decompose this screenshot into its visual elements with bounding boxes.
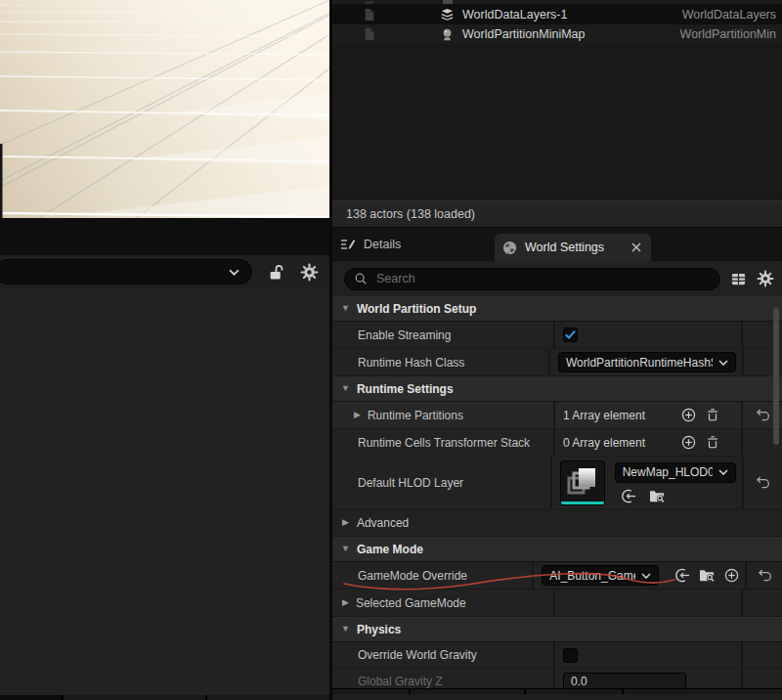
hlod-layer-thumbnail[interactable] (560, 460, 605, 505)
unreal-editor-window: WorldDataLayers-1 WorldDataLayers WorldP… (0, 0, 782, 700)
outliner-actor-type: WorldDataLayers (682, 8, 776, 22)
row-default-hlod-layer: Default HLOD Layer (332, 457, 782, 509)
tab-world-settings[interactable]: World Settings (495, 234, 651, 261)
close-icon[interactable] (631, 242, 641, 252)
chevron-down-icon (718, 360, 728, 366)
chevron-down-icon (229, 269, 239, 276)
search-icon (354, 272, 368, 285)
add-element-icon[interactable] (681, 435, 696, 450)
reset-to-default-icon[interactable] (756, 476, 770, 489)
left-toolbar (0, 255, 329, 288)
row-runtime-hash-class: Runtime Hash Class WorldPartitionRuntime… (332, 349, 782, 376)
page-icon (364, 27, 375, 41)
property-label: Runtime Hash Class (332, 349, 548, 375)
left-toolbar-dropdown[interactable] (0, 259, 252, 284)
scene-outliner: WorldDataLayers-1 WorldDataLayers WorldP… (332, 0, 782, 200)
section-world-partition-setup[interactable]: ▼ World Partition Setup (332, 296, 782, 322)
global-gravity-z-input[interactable]: 0.0 (563, 673, 686, 690)
panel-tab-bar: Details World Settings (332, 228, 782, 261)
bottom-panel-edge-right (332, 688, 782, 694)
search-input[interactable] (374, 271, 711, 286)
actor-count-text: 138 actors (138 loaded) (346, 207, 475, 221)
gamemode-override-dropdown[interactable]: AI_Button_GameM (542, 565, 659, 586)
delete-trash-icon[interactable] (706, 408, 719, 422)
outliner-status-bar: 138 actors (138 loaded) (332, 200, 782, 228)
row-advanced[interactable]: ▶ Advanced (332, 509, 782, 537)
reset-to-default-icon[interactable] (756, 409, 770, 421)
triangle-down-icon: ▼ (341, 384, 350, 393)
scrollbar-thumb[interactable] (773, 308, 779, 445)
left-lower-panel (0, 218, 329, 700)
tab-world-settings-label: World Settings (525, 241, 604, 254)
tab-details-label: Details (364, 238, 401, 251)
outliner-row-worldpartitionminimap[interactable]: WorldPartitionMiniMap WorldPartitionMin (332, 24, 782, 44)
property-label: Advanced (357, 516, 409, 530)
runtime-hash-class-dropdown[interactable]: WorldPartitionRuntimeHashS (558, 352, 736, 372)
row-gamemode-override: GameMode Override AI_Button_GameM (332, 562, 782, 590)
hlod-layer-dropdown[interactable]: NewMap_HLOD0_ (615, 462, 736, 483)
outliner-actor-type: WorldPartitionMin (680, 27, 776, 41)
section-title: Physics (357, 623, 401, 636)
property-label: Override World Gravity (332, 642, 553, 668)
details-icon (340, 237, 356, 252)
use-selected-asset-icon[interactable] (673, 568, 690, 583)
level-viewport[interactable] (0, 0, 329, 218)
add-new-asset-icon[interactable] (724, 568, 739, 583)
viewport-floor-render (0, 0, 329, 218)
settings-gear-icon[interactable] (757, 270, 774, 287)
reset-to-default-icon[interactable] (758, 569, 772, 582)
reset-column (741, 590, 782, 616)
chevron-down-icon (718, 469, 728, 475)
triangle-down-icon: ▼ (341, 545, 350, 553)
array-count-text: 0 Array element (563, 436, 645, 450)
triangle-down-icon: ▼ (341, 304, 350, 313)
tab-details[interactable]: Details (332, 228, 489, 261)
page-icon (364, 8, 375, 22)
use-selected-asset-icon[interactable] (620, 489, 636, 503)
row-selected-gamemode: ▶ Selected GameMode (332, 590, 782, 617)
property-label: GameMode Override (332, 562, 532, 589)
minimap-icon (440, 27, 455, 42)
section-title: Game Mode (357, 543, 423, 556)
property-label: Runtime Partitions (368, 409, 463, 422)
outliner-row-worlddatalayers[interactable]: WorldDataLayers-1 WorldDataLayers (332, 5, 782, 24)
globe-icon (502, 241, 517, 255)
row-enable-streaming: Enable Streaming (332, 322, 782, 349)
right-dock-panel: WorldDataLayers-1 WorldDataLayers WorldP… (329, 0, 782, 700)
override-world-gravity-checkbox[interactable] (563, 648, 578, 663)
row-override-world-gravity: Override World Gravity (332, 642, 782, 669)
section-physics[interactable]: ▼ Physics (332, 617, 782, 642)
property-label: Enable Streaming (332, 322, 553, 348)
browse-to-asset-icon[interactable] (649, 489, 666, 503)
section-title: World Partition Setup (357, 302, 476, 316)
expander-arrow-icon[interactable]: ▶ (342, 598, 349, 607)
row-runtime-partitions: ▶ Runtime Partitions 1 Array element (332, 402, 782, 429)
delete-trash-icon[interactable] (706, 435, 719, 450)
property-label: Selected GameMode (356, 596, 466, 610)
thumbnail-accent-bar (561, 502, 604, 504)
section-game-mode[interactable]: ▼ Game Mode (332, 537, 782, 562)
row-runtime-cells-transformer-stack: Runtime Cells Transformer Stack 0 Array … (332, 429, 782, 457)
viewport-bottom-band (0, 218, 329, 255)
chevron-down-icon (641, 573, 651, 579)
search-row (332, 261, 782, 296)
property-label: Runtime Cells Transformer Stack (332, 429, 553, 456)
browse-to-asset-icon[interactable] (699, 568, 716, 583)
enable-streaming-checkbox[interactable] (563, 328, 578, 342)
data-layers-icon (440, 8, 455, 22)
bottom-panel-edge-left (0, 695, 329, 700)
display-filter-icon[interactable] (730, 272, 747, 286)
lock-open-icon[interactable] (268, 264, 284, 281)
outliner-actor-name: WorldDataLayers-1 (462, 8, 567, 22)
section-title: Runtime Settings (357, 382, 454, 396)
outliner-actor-name: WorldPartitionMiniMap (462, 27, 586, 41)
world-settings-body: ▼ World Partition Setup Enable Streaming… (332, 261, 782, 694)
expander-arrow-icon: ▶ (342, 518, 349, 527)
outliner-partial-row (332, 0, 782, 5)
search-box[interactable] (344, 268, 720, 290)
expander-arrow-icon[interactable]: ▶ (354, 411, 361, 419)
gear-icon[interactable] (300, 263, 319, 282)
section-runtime-settings[interactable]: ▼ Runtime Settings (332, 376, 782, 402)
array-count-text: 1 Array element (563, 409, 645, 422)
add-element-icon[interactable] (681, 408, 696, 422)
